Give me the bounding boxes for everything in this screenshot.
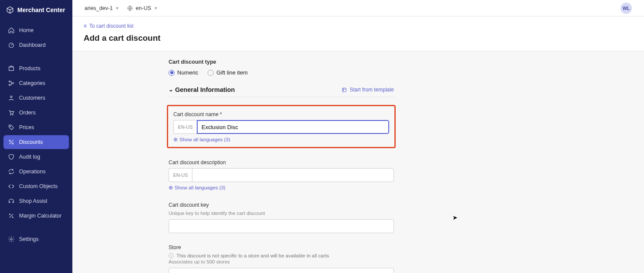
store-select[interactable] <box>169 268 394 273</box>
sidebar-item-label: Products <box>19 65 40 72</box>
gauge-icon <box>8 42 15 49</box>
headset-icon <box>8 198 15 205</box>
store-hint: Associates up to 500 stores <box>169 259 394 264</box>
sidebar: Merchant Center Home Dashboard Products … <box>0 0 72 273</box>
section-toggle-general[interactable]: General Information <box>169 86 235 93</box>
store-info-text: This discount is not specific to a store… <box>176 253 329 258</box>
box-icon <box>8 65 15 72</box>
sidebar-item-custom-objects[interactable]: Custom Objects <box>3 179 69 193</box>
svg-point-7 <box>10 126 10 127</box>
show-lang-label: Show all languages (3) <box>179 137 230 142</box>
store-info: i This discount is not specific to a sto… <box>169 253 394 258</box>
description-input[interactable] <box>192 168 394 182</box>
cube-icon <box>6 6 14 14</box>
sidebar-item-label: Orders <box>19 110 36 116</box>
percent-icon <box>8 139 15 146</box>
start-from-template-link[interactable]: Start from template <box>342 87 394 93</box>
sidebar-item-label: Home <box>19 27 33 33</box>
info-icon: i <box>169 253 174 258</box>
radio-dot-icon <box>169 70 175 76</box>
key-input[interactable] <box>169 219 394 233</box>
sidebar-item-products[interactable]: Products <box>3 62 69 75</box>
show-lang-label: Show all languages (3) <box>175 185 225 190</box>
home-icon <box>8 27 15 34</box>
locale-label: en-US <box>136 5 151 11</box>
show-all-languages-link[interactable]: Show all languages (3) <box>169 185 225 191</box>
breadcrumb-label: To cart discount list <box>89 23 133 29</box>
divider <box>169 97 394 97</box>
sidebar-item-home[interactable]: Home <box>3 23 69 37</box>
sync-icon <box>8 168 15 175</box>
svg-point-6 <box>12 114 13 115</box>
main: aries_dev-1 ▾ en-US ▾ WL To cart discoun… <box>72 0 644 273</box>
sidebar-item-orders[interactable]: Orders <box>3 106 69 120</box>
tree-icon <box>8 80 15 87</box>
description-label: Cart discount description <box>169 159 394 166</box>
start-template-label: Start from template <box>350 87 394 93</box>
form-scroll[interactable]: Cart discount type Numeric Gift line ite… <box>72 51 644 273</box>
sidebar-item-label: Custom Objects <box>19 183 58 189</box>
tag-icon <box>8 124 15 131</box>
gear-icon <box>8 236 15 243</box>
avatar-initials: WL <box>622 6 630 11</box>
svg-point-1 <box>9 81 10 82</box>
section-title-label: General Information <box>175 86 235 93</box>
store-select-wrap: ▾ <box>169 268 394 273</box>
brand: Merchant Center <box>0 0 72 22</box>
sidebar-item-discounts[interactable]: Discounts <box>3 135 69 149</box>
svg-point-5 <box>10 114 11 115</box>
percent2-icon <box>8 212 15 219</box>
name-input-wrap: EN-US <box>173 120 389 134</box>
sidebar-item-label: Operations <box>19 169 46 175</box>
type-radio-group: Numeric Gift line item <box>169 69 394 76</box>
sidebar-item-audit-log[interactable]: Audit log <box>3 150 69 164</box>
svg-point-0 <box>9 43 14 48</box>
svg-point-3 <box>13 83 14 84</box>
svg-point-4 <box>10 96 12 98</box>
sidebar-item-label: Audit log <box>19 154 40 160</box>
sidebar-item-label: Discounts <box>19 139 43 145</box>
lang-tag[interactable]: EN-US <box>169 168 192 182</box>
radio-label: Numeric <box>177 69 198 76</box>
field-discount-key: Cart discount key Unique key to help ide… <box>169 202 394 233</box>
sidebar-item-dashboard[interactable]: Dashboard <box>3 38 69 52</box>
sidebar-item-settings[interactable]: Settings <box>3 232 69 246</box>
sidebar-item-categories[interactable]: Categories <box>3 76 69 90</box>
lang-tag[interactable]: EN-US <box>173 120 197 134</box>
key-hint: Unique key to help identify the cart dis… <box>169 211 394 216</box>
name-label: Cart discount name * <box>173 111 389 117</box>
svg-point-10 <box>10 214 10 215</box>
chevron-down-icon: ▾ <box>155 6 157 10</box>
svg-point-8 <box>9 140 10 141</box>
show-all-languages-link[interactable]: Show all languages (3) <box>173 136 230 143</box>
locale-switcher[interactable]: en-US ▾ <box>127 5 156 11</box>
sidebar-item-operations[interactable]: Operations <box>3 165 69 179</box>
project-label: aries_dev-1 <box>85 5 113 11</box>
svg-point-9 <box>12 143 13 144</box>
avatar[interactable]: WL <box>621 3 632 14</box>
field-discount-description: Cart discount description EN-US Show all… <box>169 159 394 191</box>
sidebar-item-label: Dashboard <box>19 42 46 48</box>
breadcrumb-link[interactable]: To cart discount list <box>84 23 133 29</box>
key-label: Cart discount key <box>169 202 394 208</box>
sidebar-item-label: Shop Assist <box>19 198 47 204</box>
sidebar-item-label: Customers <box>19 95 45 101</box>
radio-numeric[interactable]: Numeric <box>169 69 198 76</box>
sidebar-item-label: Categories <box>19 80 45 86</box>
sidebar-item-customers[interactable]: Customers <box>3 91 69 105</box>
radio-gift-line-item[interactable]: Gift line item <box>208 69 247 76</box>
radio-dot-icon <box>208 70 214 76</box>
sidebar-item-shop-assist[interactable]: Shop Assist <box>3 194 69 208</box>
sidebar-item-margin-calculator[interactable]: Margin Calculator <box>3 209 69 223</box>
sidebar-item-label: Margin Calculator <box>19 213 62 219</box>
store-label: Store <box>169 244 394 250</box>
page-header: To cart discount list Add a cart discoun… <box>72 16 644 51</box>
name-input[interactable] <box>197 120 389 134</box>
sidebar-item-prices[interactable]: Prices <box>3 120 69 134</box>
project-switcher[interactable]: aries_dev-1 ▾ <box>85 5 118 11</box>
svg-rect-14 <box>342 88 346 92</box>
cart-icon <box>8 109 15 116</box>
page-title: Add a cart discount <box>84 33 633 43</box>
sidebar-item-label: Prices <box>19 124 34 130</box>
description-input-wrap: EN-US <box>169 168 394 182</box>
